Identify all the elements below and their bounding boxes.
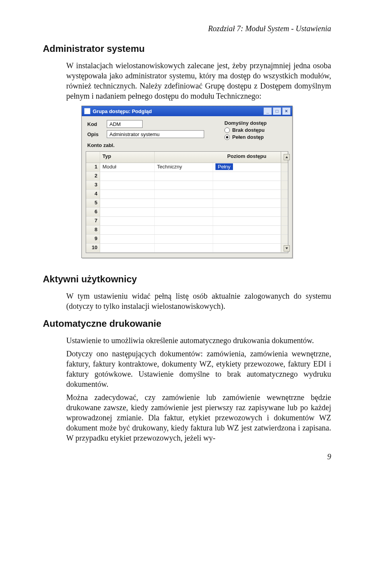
cell-typ: [100, 172, 155, 181]
scrollbar-track[interactable]: [281, 190, 288, 198]
radio-icon: [224, 128, 230, 133]
row-number: 1: [86, 163, 100, 172]
scrollbar-track[interactable]: [281, 181, 288, 190]
scrollbar-track[interactable]: [281, 226, 288, 234]
table-row[interactable]: 8: [86, 226, 288, 235]
scrollbar-track[interactable]: [281, 208, 288, 216]
opis-label: Opis: [87, 131, 107, 137]
chevron-up-icon: [285, 156, 288, 159]
svg-marker-0: [286, 156, 288, 158]
titlebar[interactable]: Grupa dostępu: Podgląd _ □ ×: [82, 106, 292, 116]
cell-typ: [100, 235, 155, 243]
minimize-button[interactable]: _: [263, 107, 272, 115]
cell-typ: [100, 217, 155, 225]
table-row[interactable]: 6: [86, 208, 288, 217]
cell-typ: [100, 190, 155, 198]
scroll-down-button[interactable]: [284, 245, 290, 251]
radio-icon: [224, 135, 230, 140]
table-row[interactable]: 3: [86, 181, 288, 190]
radio-full-access[interactable]: Pełen dostęp: [224, 134, 287, 141]
radio-full-access-label: Pełen dostęp: [232, 134, 264, 141]
radio-no-access[interactable]: Brak dostępu: [224, 127, 287, 134]
cell-level: [213, 208, 281, 216]
page-number: 9: [43, 452, 331, 461]
cell-typ: [100, 199, 155, 207]
scroll-up-button[interactable]: [284, 154, 290, 160]
col-typ: Typ: [100, 152, 155, 163]
konto-zabl-label: Konto zabl.: [87, 142, 287, 148]
cell-name: [155, 244, 213, 252]
cell-name: [155, 181, 213, 190]
para-print3: Można zadecydować, czy zamówienie lub za…: [66, 392, 331, 443]
cell-typ: [100, 226, 155, 234]
cell-typ: [100, 208, 155, 216]
svg-marker-1: [286, 248, 288, 250]
row-number: 8: [86, 226, 100, 234]
cell-level: [213, 226, 281, 234]
grid-header: Typ Poziom dostępu: [86, 152, 288, 163]
heading-administrator: Administrator systemu: [43, 43, 331, 54]
para-print1: Ustawienie to umożliwia określenie autom…: [66, 335, 331, 345]
cell-level: [213, 190, 281, 198]
table-row[interactable]: 1ModułTechnicznyPełny: [86, 163, 288, 172]
cell-name: [155, 208, 213, 216]
para-admin: W instalacjach wielostanowiskowych zalec…: [66, 60, 331, 101]
para-print2: Dotyczy ono następujących dokumentów: za…: [66, 349, 331, 389]
table-row[interactable]: 2: [86, 172, 288, 181]
access-grid[interactable]: Typ Poziom dostępu 1ModułTechnicznyPełny…: [86, 151, 288, 253]
heading-active-users: Aktywni użytkownicy: [43, 274, 331, 285]
row-number: 9: [86, 235, 100, 243]
row-number: 3: [86, 181, 100, 190]
chevron-down-icon: [285, 247, 288, 250]
cell-level: [213, 172, 281, 181]
kod-label: Kod: [87, 121, 107, 127]
chapter-header: Rozdział 7: Moduł System - Ustawienia: [43, 24, 331, 33]
scrollbar-track[interactable]: [281, 172, 288, 181]
scrollbar-track[interactable]: [281, 244, 288, 252]
opis-input[interactable]: [107, 130, 204, 138]
cell-level: [213, 217, 281, 225]
heading-auto-print: Automatyczne drukowanie: [43, 318, 331, 329]
maximize-button[interactable]: □: [273, 107, 281, 115]
close-button[interactable]: ×: [282, 107, 291, 115]
cell-name: [155, 217, 213, 225]
radio-no-access-label: Brak dostępu: [232, 127, 265, 134]
scrollbar-track[interactable]: [281, 199, 288, 207]
scrollbar-track[interactable]: [281, 235, 288, 243]
row-number: 4: [86, 190, 100, 198]
access-group-dialog: Grupa dostępu: Podgląd _ □ × Kod Op: [81, 106, 293, 258]
col-poziom: Poziom dostępu: [213, 152, 281, 163]
scrollbar-track[interactable]: [281, 217, 288, 225]
cell-typ: [100, 244, 155, 252]
cell-name: [155, 190, 213, 198]
row-number: 2: [86, 172, 100, 181]
cell-level: Pełny: [213, 163, 281, 172]
default-access-label: Domyślny dostęp: [224, 120, 287, 126]
window-title: Grupa dostępu: Podgląd: [93, 108, 263, 114]
row-number: 10: [86, 244, 100, 252]
row-number: 6: [86, 208, 100, 216]
cell-name: [155, 172, 213, 181]
cell-name: [155, 199, 213, 207]
row-number: 7: [86, 217, 100, 225]
scrollbar-track[interactable]: [281, 163, 288, 172]
para-active-users: W tym ustawieniu widać pełną listę osób …: [66, 291, 331, 311]
cell-level: [213, 244, 281, 252]
table-row[interactable]: 4: [86, 190, 288, 199]
table-row[interactable]: 9: [86, 235, 288, 244]
table-row[interactable]: 5: [86, 199, 288, 208]
table-row[interactable]: 7: [86, 217, 288, 226]
cell-level: [213, 199, 281, 207]
cell-name: [155, 226, 213, 234]
cell-level: [213, 181, 281, 190]
cell-typ: Moduł: [100, 163, 155, 172]
cell-name: Techniczny: [155, 163, 213, 172]
row-number: 5: [86, 199, 100, 207]
cell-typ: [100, 181, 155, 190]
app-icon: [84, 108, 90, 114]
table-row[interactable]: 10: [86, 244, 288, 253]
cell-name: [155, 235, 213, 243]
kod-input[interactable]: [107, 120, 143, 128]
cell-level: [213, 235, 281, 243]
